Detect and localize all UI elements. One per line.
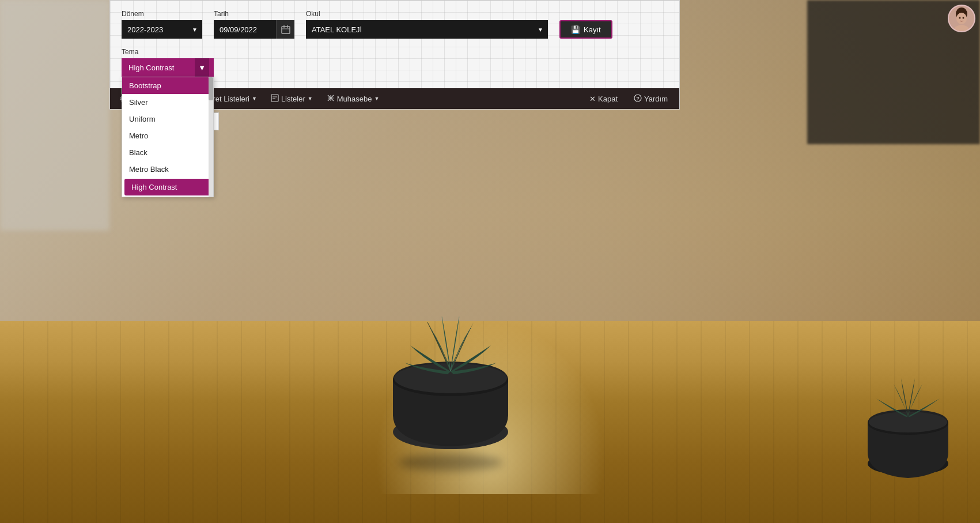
panel-content: Dönem 2022-2023 2021-2022 2023-2024 Tari… xyxy=(110,1,679,88)
form-row: Dönem 2022-2023 2021-2022 2023-2024 Tari… xyxy=(122,10,668,39)
yardim-label: Yardım xyxy=(644,95,668,103)
main-panel: Dönem 2022-2023 2021-2022 2023-2024 Tari… xyxy=(109,0,680,110)
tema-selected-value: High Contrast xyxy=(128,63,174,72)
muhasebe-label: Muhasebe xyxy=(337,95,372,103)
donem-group: Dönem 2022-2023 2021-2022 2023-2024 xyxy=(122,10,202,39)
kapat-label: Kapat xyxy=(598,95,618,103)
calendar-icon[interactable] xyxy=(276,20,294,39)
plant-shadow xyxy=(399,454,502,471)
yardim-button[interactable]: ? Yardım xyxy=(627,92,675,106)
muhasebe-icon xyxy=(327,94,335,104)
svg-point-9 xyxy=(956,13,967,24)
okul-group: Okul ATAEL KOLEJİ xyxy=(306,10,548,39)
tarih-label: Tarih xyxy=(214,10,294,18)
svg-point-11 xyxy=(963,17,964,19)
donem-select-wrapper: 2022-2023 2021-2022 2023-2024 xyxy=(122,20,202,39)
dropdown-item-metro[interactable]: Metro xyxy=(122,127,213,144)
donem-select[interactable]: 2022-2023 2021-2022 2023-2024 xyxy=(122,20,202,39)
svg-point-3 xyxy=(394,363,507,393)
muhasebe-arrow: ▼ xyxy=(374,96,379,101)
tema-label: Tema xyxy=(122,48,668,56)
okul-label: Okul xyxy=(306,10,548,18)
muhasebe-button[interactable]: Muhasebe ▼ xyxy=(321,88,385,109)
tema-select-button[interactable]: High Contrast ▼ xyxy=(122,58,214,77)
plant-center xyxy=(370,265,531,468)
avatar-wrapper xyxy=(948,5,975,32)
tarih-group: Tarih xyxy=(214,10,294,39)
listeler-arrow: ▼ xyxy=(308,96,313,101)
save-button[interactable]: 💾 Kayıt xyxy=(559,20,612,39)
tema-section: Tema High Contrast ▼ Bootstrap Silver Un… xyxy=(122,48,668,77)
school-select-wrapper: ATAEL KOLEJİ xyxy=(306,20,548,39)
dropdown-item-uniform[interactable]: Uniform xyxy=(122,111,213,127)
scrollbar-thumb[interactable] xyxy=(209,77,213,100)
svg-rect-12 xyxy=(282,27,290,33)
dropdown-item-black[interactable]: Black xyxy=(122,144,213,161)
tarih-input-wrapper xyxy=(214,20,294,39)
plant-right xyxy=(850,325,966,488)
scrollbar-track xyxy=(209,77,213,197)
dropdown-item-bootstrap[interactable]: Bootstrap xyxy=(122,77,213,94)
svg-point-10 xyxy=(959,17,961,19)
bg-left xyxy=(0,0,109,231)
dropdown-item-high-contrast[interactable]: High Contrast xyxy=(124,179,211,195)
kapat-button[interactable]: ✕ Kapat xyxy=(582,92,625,106)
svg-rect-24 xyxy=(271,95,278,101)
listeler-icon xyxy=(271,94,279,104)
close-icon: ✕ xyxy=(589,95,596,103)
dropdown-item-metro-black[interactable]: Metro Black xyxy=(122,161,213,178)
dropdown-item-silver[interactable]: Silver xyxy=(122,94,213,111)
listeler-label: Listeler xyxy=(281,95,305,103)
donem-label: Dönem xyxy=(122,10,202,18)
tema-dropdown-wrapper: High Contrast ▼ Bootstrap Silver Uniform… xyxy=(122,58,214,77)
help-icon: ? xyxy=(634,94,642,104)
tema-dropdown-arrow: ▼ xyxy=(195,58,209,77)
avatar[interactable] xyxy=(948,5,975,32)
tema-dropdown-list: Bootstrap Silver Uniform Metro Black Met… xyxy=(122,77,214,197)
svg-text:?: ? xyxy=(636,96,640,101)
ucret-arrow: ▼ xyxy=(252,96,257,101)
school-select[interactable]: ATAEL KOLEJİ xyxy=(306,20,548,39)
save-label: Kayıt xyxy=(584,25,601,34)
save-icon: 💾 xyxy=(571,25,580,34)
listeler-button[interactable]: Listeler ▼ xyxy=(265,88,319,109)
